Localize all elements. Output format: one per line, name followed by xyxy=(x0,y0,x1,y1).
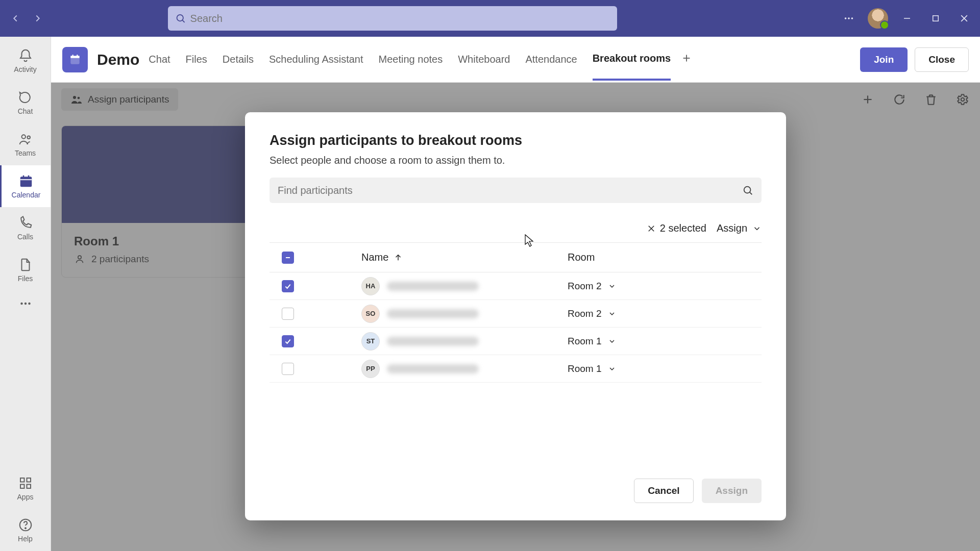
room-value: Room 1 xyxy=(568,336,602,347)
join-label: Join xyxy=(874,54,894,65)
rail-activity[interactable]: Activity xyxy=(0,40,51,82)
room-value: Room 2 xyxy=(568,308,602,319)
tab-whiteboard[interactable]: Whiteboard xyxy=(458,39,510,80)
tab-details[interactable]: Details xyxy=(223,39,254,80)
participant-avatar: SO xyxy=(361,305,380,323)
find-participants-field[interactable] xyxy=(270,178,762,203)
cancel-button[interactable]: Cancel xyxy=(634,479,693,503)
svg-point-23 xyxy=(25,528,26,529)
minimize-button[interactable] xyxy=(897,9,917,28)
col-name-header[interactable]: Name xyxy=(331,252,568,263)
rail-more[interactable] xyxy=(0,291,51,316)
title-bar xyxy=(0,0,980,37)
rail-teams[interactable]: Teams xyxy=(0,123,51,165)
tab-breakout-rooms[interactable]: Breakout rooms xyxy=(593,38,671,81)
svg-rect-27 xyxy=(77,55,78,57)
close-meeting-button[interactable]: Close xyxy=(915,47,969,72)
table-header: Name Room xyxy=(270,243,762,272)
clear-selection-button[interactable]: 2 selected xyxy=(647,222,706,234)
modal-title: Assign participants to breakout rooms xyxy=(270,133,762,148)
table-row: PPRoom 1 xyxy=(270,355,762,383)
tab-files[interactable]: Files xyxy=(186,39,207,80)
row-checkbox[interactable] xyxy=(282,308,294,320)
modal-footer: Cancel Assign xyxy=(270,463,762,503)
row-checkbox[interactable] xyxy=(282,280,294,292)
rail-apps[interactable]: Apps xyxy=(0,467,51,509)
participant-avatar: ST xyxy=(361,332,380,350)
cancel-label: Cancel xyxy=(648,485,679,496)
svg-point-3 xyxy=(848,17,850,19)
svg-rect-26 xyxy=(72,55,74,57)
svg-rect-18 xyxy=(20,478,24,482)
svg-rect-11 xyxy=(20,177,32,187)
room-select[interactable]: Room 1 xyxy=(568,336,762,347)
svg-point-9 xyxy=(21,135,26,139)
rail-files[interactable]: Files xyxy=(0,249,51,291)
svg-line-1 xyxy=(183,20,185,22)
close-window-button[interactable] xyxy=(954,9,974,28)
svg-point-10 xyxy=(27,136,30,139)
history-nav xyxy=(6,9,47,28)
search-input[interactable] xyxy=(190,13,610,24)
assign-button[interactable]: Assign xyxy=(702,479,762,503)
app-rail: Activity Chat Teams Calendar Calls Files… xyxy=(0,37,51,551)
assign-dd-label: Assign xyxy=(717,222,747,234)
participant-avatar: HA xyxy=(361,277,380,295)
svg-rect-14 xyxy=(28,176,30,178)
assign-dropdown[interactable]: Assign xyxy=(717,222,762,234)
svg-point-17 xyxy=(28,303,31,305)
chevron-down-icon xyxy=(752,224,762,233)
modal-subtitle: Select people and choose a room to assig… xyxy=(270,155,762,166)
room-select[interactable]: Room 2 xyxy=(568,308,762,319)
chevron-down-icon xyxy=(608,282,616,290)
rail-help[interactable]: Help xyxy=(0,509,51,551)
rail-label: Help xyxy=(18,535,33,543)
table-row: HARoom 2 xyxy=(270,272,762,300)
meeting-title: Demo xyxy=(97,51,139,68)
rail-label: Calendar xyxy=(12,191,41,199)
col-name-label: Name xyxy=(361,252,388,263)
svg-line-37 xyxy=(750,192,752,194)
assign-participants-modal: Assign participants to breakout rooms Se… xyxy=(245,112,786,520)
modal-overlay: Assign participants to breakout rooms Se… xyxy=(51,83,980,551)
svg-rect-19 xyxy=(27,478,31,482)
select-all-checkbox[interactable] xyxy=(282,252,294,264)
svg-rect-13 xyxy=(23,176,24,178)
tab-scheduling-assistant[interactable]: Scheduling Assistant xyxy=(269,39,363,80)
profile-avatar[interactable] xyxy=(868,8,888,29)
room-value: Room 2 xyxy=(568,281,602,292)
svg-rect-25 xyxy=(70,56,79,58)
tab-chat[interactable]: Chat xyxy=(149,39,170,80)
forward-button[interactable] xyxy=(29,9,47,28)
join-button[interactable]: Join xyxy=(860,47,908,72)
selection-summary-row: 2 selected Assign xyxy=(270,214,762,243)
add-tab-button[interactable] xyxy=(681,53,692,67)
assign-label: Assign xyxy=(716,485,748,496)
svg-point-16 xyxy=(24,303,27,305)
tab-attendance[interactable]: Attendance xyxy=(525,39,577,80)
rail-chat[interactable]: Chat xyxy=(0,82,51,123)
sort-asc-icon xyxy=(394,253,403,262)
participant-name xyxy=(387,309,479,318)
search-box[interactable] xyxy=(168,6,617,31)
x-icon xyxy=(647,224,656,233)
col-room-header[interactable]: Room xyxy=(568,252,762,263)
search-icon xyxy=(175,13,186,24)
tab-meeting-notes[interactable]: Meeting notes xyxy=(379,39,443,80)
row-checkbox[interactable] xyxy=(282,363,294,375)
back-button[interactable] xyxy=(6,9,24,28)
svg-point-4 xyxy=(851,17,853,19)
chevron-down-icon xyxy=(608,337,616,345)
rail-label: Activity xyxy=(14,65,36,73)
maximize-button[interactable] xyxy=(926,9,945,28)
find-participants-input[interactable] xyxy=(278,185,742,196)
rail-calls[interactable]: Calls xyxy=(0,207,51,249)
row-checkbox[interactable] xyxy=(282,335,294,347)
rail-label: Files xyxy=(18,274,33,283)
calendar-chip-icon xyxy=(62,47,88,72)
room-select[interactable]: Room 1 xyxy=(568,363,762,374)
room-select[interactable]: Room 2 xyxy=(568,281,762,292)
table-row: SORoom 2 xyxy=(270,300,762,328)
rail-calendar[interactable]: Calendar xyxy=(0,165,51,207)
more-options-button[interactable] xyxy=(839,9,859,28)
